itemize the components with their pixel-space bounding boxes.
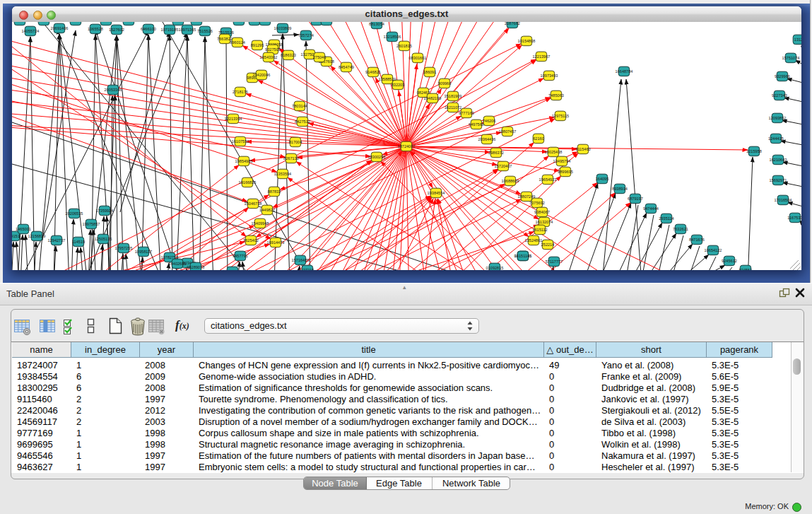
svg-text:20053346: 20053346 <box>105 88 122 92</box>
svg-text:14055724: 14055724 <box>22 29 40 33</box>
svg-text:9899695: 9899695 <box>558 170 573 174</box>
svg-text:14151141: 14151141 <box>514 254 531 258</box>
svg-text:7663822: 7663822 <box>217 37 233 41</box>
svg-text:16914479: 16914479 <box>267 240 285 245</box>
svg-text:1167533: 1167533 <box>787 216 801 220</box>
svg-text:1449822: 1449822 <box>259 208 275 212</box>
svg-text:891295: 891295 <box>251 43 264 47</box>
svg-text:16211072: 16211072 <box>445 105 461 110</box>
svg-text:15716485: 15716485 <box>292 258 310 262</box>
svg-text:13588520: 13588520 <box>379 77 396 81</box>
svg-text:9227343: 9227343 <box>772 93 787 98</box>
svg-text:2087682: 2087682 <box>505 22 520 25</box>
svg-text:24402685: 24402685 <box>169 262 187 266</box>
svg-text:39151: 39151 <box>12 234 20 238</box>
svg-text:10025438: 10025438 <box>545 150 563 154</box>
svg-text:223307: 223307 <box>320 22 334 23</box>
svg-text:9777169: 9777169 <box>459 111 474 115</box>
svg-text:8471676: 8471676 <box>689 238 705 242</box>
svg-text:19166825: 19166825 <box>239 180 257 185</box>
svg-text:2986372: 2986372 <box>488 151 504 155</box>
svg-text:817004: 817004 <box>289 140 302 144</box>
svg-text:18300295: 18300295 <box>368 155 386 159</box>
svg-text:7625402: 7625402 <box>243 238 259 243</box>
svg-text:15720407: 15720407 <box>495 164 512 168</box>
svg-text:1615112: 1615112 <box>532 228 547 232</box>
svg-text:18807249: 18807249 <box>518 194 536 199</box>
svg-text:6879197: 6879197 <box>628 197 643 201</box>
svg-text:15409948: 15409948 <box>252 221 269 226</box>
svg-text:9329966: 9329966 <box>775 74 790 78</box>
svg-text:114519: 114519 <box>72 240 85 244</box>
svg-text:909960: 909960 <box>438 81 452 86</box>
svg-text:497465: 497465 <box>190 22 204 23</box>
svg-text:786579: 786579 <box>13 22 27 23</box>
svg-text:1465001: 1465001 <box>16 227 31 231</box>
svg-text:7485063: 7485063 <box>548 93 564 98</box>
svg-text:9115460: 9115460 <box>575 147 590 151</box>
svg-text:9474444: 9474444 <box>643 206 659 211</box>
svg-text:11353594: 11353594 <box>274 172 291 176</box>
svg-text:164095: 164095 <box>596 177 609 181</box>
svg-text:3215958: 3215958 <box>746 149 762 153</box>
svg-text:5432319: 5432319 <box>36 22 52 23</box>
svg-text:7515526: 7515526 <box>197 29 213 33</box>
svg-text:10958117: 10958117 <box>135 250 152 254</box>
svg-text:746206: 746206 <box>483 119 496 123</box>
svg-text:23420046: 23420046 <box>253 73 271 77</box>
svg-text:17957255: 17957255 <box>115 246 133 250</box>
svg-text:10973493: 10973493 <box>541 74 558 78</box>
svg-text:19384554: 19384554 <box>428 191 445 195</box>
svg-text:95289078: 95289078 <box>187 265 205 269</box>
svg-text:16210643: 16210643 <box>770 158 787 162</box>
svg-text:10807457: 10807457 <box>499 129 517 134</box>
svg-text:8813054: 8813054 <box>369 22 384 26</box>
svg-text:8938914: 8938914 <box>612 187 628 191</box>
svg-text:12505135: 12505135 <box>95 237 112 241</box>
svg-text:887832: 887832 <box>268 189 281 194</box>
svg-text:7075692: 7075692 <box>529 201 545 205</box>
svg-text:16033809: 16033809 <box>274 26 292 30</box>
svg-text:16543362: 16543362 <box>260 55 278 59</box>
svg-text:12093852: 12093852 <box>769 116 787 120</box>
svg-text:10688609: 10688609 <box>502 179 519 183</box>
svg-text:8186323: 8186323 <box>281 53 296 57</box>
svg-text:16107552: 16107552 <box>232 139 249 144</box>
svg-text:8267130: 8267130 <box>283 156 299 160</box>
svg-text:1244415: 1244415 <box>768 136 784 141</box>
svg-text:9457791: 9457791 <box>233 254 248 258</box>
svg-text:9327503: 9327503 <box>265 47 281 52</box>
svg-text:9384067: 9384067 <box>534 210 550 214</box>
svg-text:9146821: 9146821 <box>365 70 381 74</box>
svg-text:12156829: 12156829 <box>28 234 46 238</box>
svg-text:6497568: 6497568 <box>469 122 484 127</box>
svg-text:15046738: 15046738 <box>245 201 262 206</box>
svg-text:13218506: 13218506 <box>384 35 401 39</box>
svg-text:924561: 924561 <box>739 268 753 270</box>
svg-text:62160: 62160 <box>533 136 544 141</box>
svg-text:1527602: 1527602 <box>109 28 124 32</box>
svg-text:137215: 137215 <box>301 268 314 270</box>
svg-text:8427512: 8427512 <box>295 119 310 124</box>
svg-text:186091: 186091 <box>423 70 437 74</box>
svg-text:20691406: 20691406 <box>51 26 69 30</box>
svg-text:0189555: 0189555 <box>121 22 136 23</box>
svg-text:08301661: 08301661 <box>409 56 427 60</box>
svg-text:19854985: 19854985 <box>235 159 253 163</box>
svg-text:20364436: 20364436 <box>478 137 496 141</box>
svg-text:8454749: 8454749 <box>339 65 354 69</box>
svg-text:12975115: 12975115 <box>552 114 569 118</box>
svg-text:12213394: 12213394 <box>225 117 242 121</box>
svg-text:1065528: 1065528 <box>88 27 103 31</box>
svg-text:12213967: 12213967 <box>533 54 551 59</box>
svg-text:275046: 275046 <box>313 55 326 59</box>
svg-text:15692971: 15692971 <box>770 178 787 182</box>
svg-text:20206535: 20206535 <box>66 211 83 216</box>
svg-text:7803144: 7803144 <box>292 104 307 108</box>
svg-text:8757491: 8757491 <box>68 22 83 23</box>
svg-text:16132074: 16132074 <box>536 220 553 224</box>
svg-text:9245612: 9245612 <box>722 259 737 263</box>
svg-text:19482199: 19482199 <box>424 96 442 100</box>
svg-text:19975857: 19975857 <box>83 222 100 226</box>
svg-text:6466100: 6466100 <box>141 27 156 31</box>
